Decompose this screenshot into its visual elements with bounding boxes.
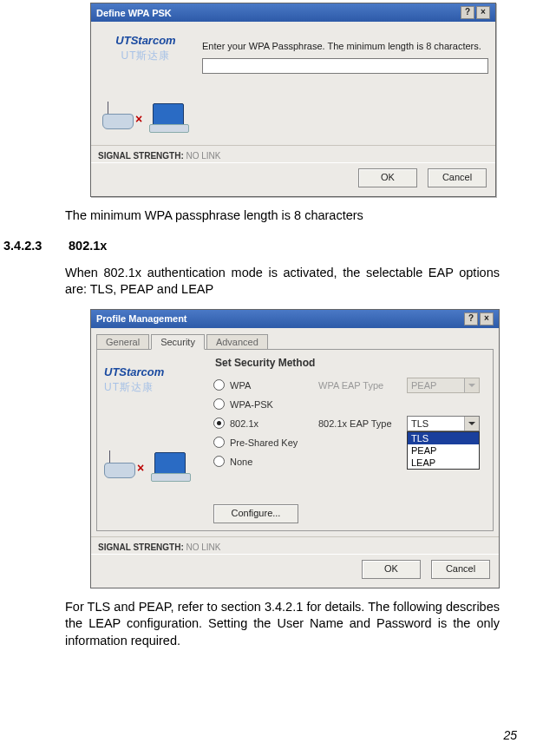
help-button[interactable]: ? (464, 312, 478, 325)
passphrase-instruction: Enter your WPA Passphrase. The minimum l… (202, 41, 488, 51)
brand-logo-cn: UT斯达康 (104, 380, 206, 395)
wpa-eap-type-select: PEAP (407, 378, 480, 393)
paragraph-leap-config: For TLS and PEAP, refer to section 3.4.2… (65, 599, 500, 650)
titlebar: Profile Management ? × (91, 310, 499, 328)
no-connection-icon: × (135, 112, 142, 126)
titlebar: Define WPA PSK ? × (91, 3, 495, 22)
close-button[interactable]: × (476, 6, 490, 19)
8021x-eap-type-select[interactable]: TLS (407, 416, 480, 431)
brand-logo-cn: UT斯达康 (121, 49, 171, 63)
no-connection-icon: × (137, 461, 144, 475)
passphrase-input[interactable] (202, 58, 488, 74)
security-method-heading: Set Security Method (215, 357, 486, 369)
profile-management-dialog: Profile Management ? × General Security … (90, 309, 500, 588)
caption-wpa-min-length: The minimum WPA passphrase length is 8 c… (65, 207, 500, 225)
signal-strength-label: SIGNAL STRENGTH: (98, 542, 184, 552)
radio-wpa-label: WPA (230, 380, 313, 391)
signal-strength-value: NO LINK (186, 542, 221, 552)
radio-none-label: None (230, 457, 313, 467)
ok-button[interactable]: OK (358, 168, 417, 187)
connection-illustration: × (104, 442, 191, 482)
tab-security[interactable]: Security (151, 334, 205, 350)
dialog-title: Profile Management (96, 313, 187, 324)
cancel-button[interactable]: Cancel (428, 168, 487, 187)
eap-option-tls[interactable]: TLS (408, 432, 479, 444)
tab-general[interactable]: General (96, 334, 149, 350)
chevron-down-icon (464, 417, 479, 431)
paragraph-eap-intro: When 802.1x authentication mode is activ… (65, 265, 500, 299)
brand-panel: UTStarcom UT斯达康 × (104, 357, 206, 523)
signal-strength-value: NO LINK (186, 151, 221, 161)
page-number: 25 (503, 728, 517, 742)
eap-option-peap[interactable]: PEAP (408, 444, 479, 457)
radio-wpa[interactable] (213, 379, 225, 391)
radio-wpa-psk-label: WPA-PSK (230, 399, 313, 410)
dialog-title: Define WPA PSK (96, 8, 172, 18)
close-button[interactable]: × (480, 312, 494, 325)
signal-strength-label: SIGNAL STRENGTH: (98, 151, 184, 161)
radio-8021x[interactable] (213, 417, 225, 429)
8021x-eap-type-label: 802.1x EAP Type (318, 418, 402, 429)
eap-option-leap[interactable]: LEAP (408, 457, 479, 469)
brand-logo-en: UTStarcom (104, 365, 206, 378)
wpa-eap-type-label: WPA EAP Type (318, 380, 402, 391)
radio-8021x-label: 802.1x (230, 418, 313, 429)
eap-type-dropdown-list: TLS PEAP LEAP (407, 431, 480, 470)
brand-panel: UTStarcom UT斯达康 × (98, 29, 193, 138)
signal-strength-row: SIGNAL STRENGTH: NO LINK (91, 536, 499, 554)
signal-strength-row: SIGNAL STRENGTH: NO LINK (91, 145, 495, 162)
radio-wpa-psk[interactable] (213, 398, 225, 410)
tab-advanced[interactable]: Advanced (206, 334, 268, 350)
section-title: 802.1x (69, 239, 107, 253)
connection-illustration: × (102, 93, 189, 133)
radio-none[interactable] (213, 456, 225, 467)
cancel-button[interactable]: Cancel (431, 560, 490, 579)
configure-button[interactable]: Configure... (213, 504, 298, 523)
section-number: 3.4.2.3 (0, 239, 69, 253)
define-wpa-psk-dialog: Define WPA PSK ? × UTStarcom UT斯达康 × Ent… (90, 3, 496, 197)
section-heading-row: 3.4.2.3 802.1x (0, 239, 517, 253)
chevron-down-icon (464, 378, 479, 392)
radio-preshared-key-label: Pre-Shared Key (230, 437, 313, 448)
brand-logo-en: UTStarcom (115, 34, 175, 47)
help-button[interactable]: ? (461, 6, 474, 19)
ok-button[interactable]: OK (362, 560, 421, 579)
radio-preshared-key[interactable] (213, 437, 225, 448)
